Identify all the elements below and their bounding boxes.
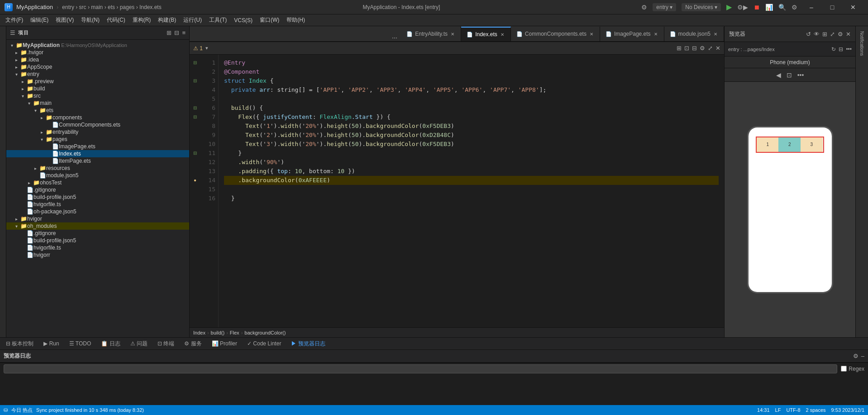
tree-item-pages[interactable]: ▾📁pages: [6, 136, 189, 143]
status-indent[interactable]: 2 spaces: [806, 407, 826, 413]
maximize-btn[interactable]: □: [822, 0, 843, 14]
sidebar-new-file-icon[interactable]: ⊞: [167, 29, 172, 36]
tree-item-build[interactable]: ▸📁build: [6, 85, 189, 92]
bottom-tb-btn-7[interactable]: 📊 Profiler: [210, 339, 239, 348]
tree-item-appscope[interactable]: ▸📁AppScope: [6, 63, 189, 71]
sidebar-new-folder-icon[interactable]: ⊟: [174, 29, 179, 36]
tab-close-Index[interactable]: ✕: [500, 32, 505, 37]
tree-item-oh_package_entry[interactable]: 📄oh-package.json5: [6, 208, 189, 215]
preview-refresh-icon[interactable]: ↺: [806, 31, 811, 38]
tab-close-module_json[interactable]: ✕: [713, 32, 718, 37]
preview-eye-icon[interactable]: 👁: [814, 31, 820, 38]
settings3-icon[interactable]: ⚙: [700, 45, 705, 52]
preview-settings-icon[interactable]: ⚙: [838, 31, 843, 38]
tab-ImagePage[interactable]: 📄ImagePage.ets✕: [600, 27, 664, 41]
tree-item-main[interactable]: ▾📁main: [6, 99, 189, 107]
entry-dropdown[interactable]: entry ▾: [653, 3, 676, 11]
menu-item-工具(T)[interactable]: 工具(T): [205, 15, 230, 25]
tab-module_json[interactable]: 📄module.json5✕: [664, 27, 724, 41]
right-sidebar-icon1[interactable]: Notifications: [858, 30, 866, 57]
stop-btn[interactable]: ⏹: [754, 4, 760, 11]
tab-close-EntryAbility[interactable]: ✕: [450, 32, 455, 37]
tab-close-CommonComponents[interactable]: ✕: [589, 32, 594, 37]
tree-item-preview[interactable]: ▸📁.preview: [6, 78, 189, 85]
log-search-input[interactable]: [4, 364, 837, 373]
bottom-tb-btn-6[interactable]: ⚙ 服务: [182, 339, 204, 349]
code-content[interactable]: @Entry@Componentstruct Index { private a…: [219, 55, 724, 327]
bottom-tb-btn-2[interactable]: ☰ TODO: [67, 339, 94, 348]
preview-grid-icon[interactable]: ⊞: [822, 31, 827, 38]
tree-item-idea[interactable]: ▸📁.idea: [6, 56, 189, 63]
tree-item-resources[interactable]: ▸📁resources: [6, 165, 189, 172]
status-git-icon[interactable]: ⛁: [4, 407, 8, 413]
preview-home-btn[interactable]: ⊡: [787, 71, 792, 79]
preview-more-icon[interactable]: •••: [846, 46, 852, 52]
bookmarks-icon[interactable]: 书签: [0, 28, 6, 30]
tree-item-gitignore_entry[interactable]: 📄.gitignore: [6, 186, 189, 193]
tree-item-ItemPage[interactable]: 📄ItemPage.ets: [6, 157, 189, 165]
menu-item-文件(F)[interactable]: 文件(F): [2, 15, 27, 25]
profiler-btn[interactable]: 📊: [765, 4, 773, 11]
bottom-tb-btn-4[interactable]: ⚠ 问题: [128, 339, 150, 349]
settings-icon[interactable]: ⚙: [641, 4, 647, 11]
tree-item-build_profile_entry[interactable]: 📄build-profile.json5: [6, 193, 189, 201]
menu-item-导航(N)[interactable]: 导航(N): [77, 15, 103, 25]
menu-item-代码(C)[interactable]: 代码(C): [103, 15, 129, 25]
regex-checkbox-label[interactable]: Regex: [841, 366, 864, 372]
tree-item-components[interactable]: ▸📁components: [6, 114, 189, 121]
tree-item-src[interactable]: ▾📁src: [6, 92, 189, 99]
preview-toggle-icon[interactable]: ⊡: [684, 45, 689, 52]
warning-badge[interactable]: ⚠ 1: [193, 45, 203, 52]
status-encoding[interactable]: UTF-8: [786, 407, 800, 413]
tree-item-CommonComponents[interactable]: 📄CommonComponents.ets: [6, 121, 189, 128]
menu-item-VCS(S)[interactable]: VCS(S): [230, 16, 256, 25]
tab-more-btn[interactable]: ⋯: [388, 35, 401, 41]
status-line-ending[interactable]: LF: [775, 407, 781, 413]
menu-item-重构(R)[interactable]: 重构(R): [129, 15, 155, 25]
bottom-tb-btn-0[interactable]: ⊟ 板本控制: [4, 339, 36, 349]
menu-item-编辑(E)[interactable]: 编辑(E): [27, 15, 52, 25]
breadcrumb-item-3[interactable]: Flex: [230, 330, 239, 335]
preview-toggle2-icon[interactable]: ⊟: [839, 46, 843, 52]
tree-item-module_json5[interactable]: 📄module.json5: [6, 172, 189, 179]
run-green-btn[interactable]: ▶: [726, 3, 732, 11]
tab-CommonComponents[interactable]: 📄CommonComponents.ets✕: [511, 27, 600, 41]
debug-btn[interactable]: ⚙▶: [737, 4, 748, 11]
tab-close-ImagePage[interactable]: ✕: [653, 32, 658, 37]
tree-item-entryability[interactable]: ▸📁entryability: [6, 128, 189, 136]
close-btn[interactable]: ✕: [843, 0, 863, 14]
status-hotspot[interactable]: 今日 热点: [11, 407, 33, 414]
menu-item-视图(V)[interactable]: 视图(V): [52, 15, 77, 25]
preview-icon2[interactable]: ⊟: [692, 45, 697, 52]
bottom-tb-btn-5[interactable]: ⊡ 终端: [155, 339, 176, 349]
tree-item-ohostest[interactable]: ▸📁ohosTest: [6, 179, 189, 186]
sidebar-menu-icon[interactable]: ☰: [10, 29, 15, 36]
tree-item-ets[interactable]: ▾📁ets: [6, 107, 189, 114]
close-editor-icon[interactable]: ✕: [715, 45, 720, 52]
tree-item-Index[interactable]: 📄Index.ets: [6, 150, 189, 157]
tree-item-gitignore_root[interactable]: 📄.gitignore: [6, 230, 189, 237]
settings2-icon[interactable]: ⚙: [792, 4, 797, 11]
tree-item-entry[interactable]: ▾📁entry: [6, 71, 189, 78]
breadcrumb-item-2[interactable]: build(): [211, 330, 225, 335]
minimize-btn[interactable]: –: [801, 0, 822, 14]
tree-item-build_profile_root[interactable]: 📄build-profile.json5: [6, 237, 189, 244]
menu-item-构建(B)[interactable]: 构建(B): [154, 15, 180, 25]
search-icon[interactable]: 🔍: [778, 4, 786, 11]
menu-item-窗口(W)[interactable]: 窗口(W): [256, 15, 283, 25]
bottom-tb-btn-3[interactable]: 📋 日志: [99, 339, 122, 349]
log-close-icon[interactable]: –: [861, 353, 864, 359]
tab-EntryAbility[interactable]: 📄EntryAbility.ts✕: [401, 27, 461, 41]
regex-checkbox[interactable]: [841, 366, 847, 372]
preview-expand-icon[interactable]: ⤢: [830, 31, 835, 38]
tab-Index[interactable]: 📄Index.ets✕: [461, 27, 511, 41]
tree-root[interactable]: ▾📁MyApplication E:\HarmonyOS\MyApplicati…: [6, 42, 189, 49]
bottom-tb-btn-8[interactable]: ✓ Code Linter: [245, 339, 283, 348]
tree-item-hvigor[interactable]: ▸📁.hvigor: [6, 49, 189, 56]
no-devices-dropdown[interactable]: No Devices ▾: [682, 3, 721, 11]
bottom-tb-btn-1[interactable]: ▶ Run: [41, 339, 61, 348]
tree-item-hvigorfile_ts_entry[interactable]: 📄hvigorfile.ts: [6, 201, 189, 208]
status-line-col[interactable]: 14:31: [757, 407, 770, 413]
menu-item-帮助(H)[interactable]: 帮助(H): [283, 15, 309, 25]
breadcrumb-item-1[interactable]: Index: [193, 330, 205, 335]
